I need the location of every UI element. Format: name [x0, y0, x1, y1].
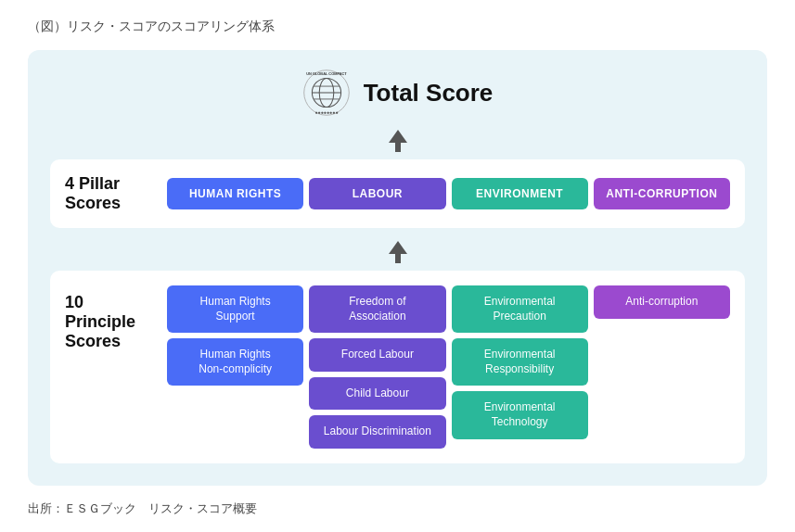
col-labour: Freedom ofAssociation Forced Labour Chil…	[309, 285, 445, 449]
diagram: ●●●●●●●● UN GLOBAL COMPACT Total Score 4…	[28, 50, 767, 486]
pillar-labour: LABOUR	[309, 178, 445, 209]
principle-child-labour: Child Labour	[309, 377, 445, 411]
principle-anti-corruption: Anti-corruption	[594, 285, 730, 319]
principle-label: 10PrincipleScores	[65, 285, 148, 351]
total-score-area: ●●●●●●●● UN GLOBAL COMPACT Total Score	[50, 69, 745, 117]
col-environment: EnvironmentalPrecaution EnvironmentalRes…	[452, 285, 588, 439]
arrow-total	[50, 126, 745, 159]
pillar-human-rights: HUMAN RIGHTS	[167, 178, 303, 209]
principle-env-technology: EnvironmentalTechnology	[452, 391, 588, 438]
principle-hr-noncomplicity: Human RightsNon-complicity	[167, 338, 303, 386]
svg-text:●●●●●●●●: ●●●●●●●●	[314, 109, 338, 115]
principle-forced-labour: Forced Labour	[309, 338, 445, 372]
pillar-boxes: HUMAN RIGHTS LABOUR ENVIRONMENT ANTI-COR…	[167, 178, 730, 209]
pillar-anti-corruption: ANTI-CORRUPTION	[594, 178, 730, 209]
svg-text:UN GLOBAL COMPACT: UN GLOBAL COMPACT	[306, 71, 347, 76]
pillar-label: 4 PillarScores	[65, 174, 148, 213]
principle-boxes: Human RightsSupport Human RightsNon-comp…	[167, 285, 730, 449]
col-anti-corruption: Anti-corruption	[594, 285, 730, 319]
svg-marker-8	[389, 130, 407, 152]
svg-marker-9	[389, 241, 407, 263]
principle-env-responsibility: EnvironmentalResponsibility	[452, 338, 588, 386]
pillar-environment: ENVIRONMENT	[452, 178, 588, 209]
principle-freedom-association: Freedom ofAssociation	[309, 285, 445, 333]
principle-section: 10PrincipleScores Human RightsSupport Hu…	[50, 271, 745, 463]
principle-labour-discrimination: Labour Discrimination	[309, 415, 445, 449]
arrow-up-icon	[389, 130, 407, 152]
arrow-up-icon-2	[389, 241, 407, 263]
caption: （図）リスク・スコアのスコアリング体系	[28, 19, 767, 35]
col-human-rights: Human RightsSupport Human RightsNon-comp…	[167, 285, 303, 386]
pillar-section: 4 PillarScores HUMAN RIGHTS LABOUR ENVIR…	[50, 159, 745, 228]
un-logo-icon: ●●●●●●●● UN GLOBAL COMPACT	[302, 69, 351, 117]
principle-env-precaution: EnvironmentalPrecaution	[452, 285, 588, 333]
source-text: 出所：ＥＳＧブック リスク・スコア概要	[28, 500, 767, 517]
arrow-pillar	[50, 237, 745, 271]
principle-hr-support: Human RightsSupport	[167, 285, 303, 333]
total-score-label: Total Score	[364, 79, 494, 108]
